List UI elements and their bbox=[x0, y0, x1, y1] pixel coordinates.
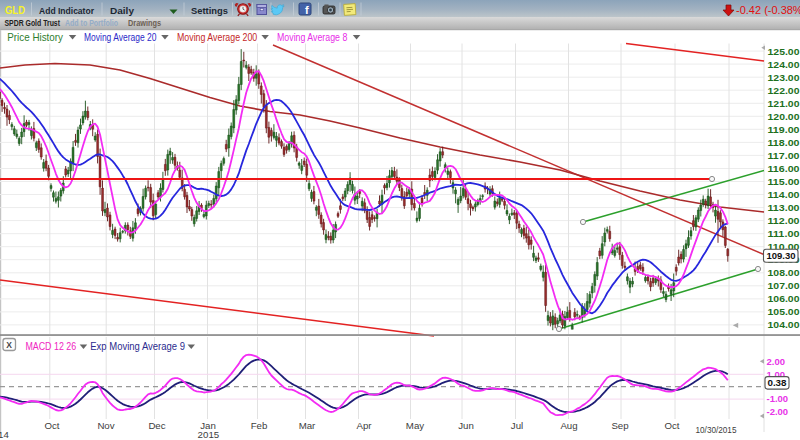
svg-text:124.00: 124.00 bbox=[768, 59, 800, 70]
svg-text:Aug: Aug bbox=[560, 420, 577, 431]
svg-text:X: X bbox=[6, 340, 12, 350]
svg-text:-1.00: -1.00 bbox=[767, 393, 789, 404]
svg-text:111.00: 111.00 bbox=[768, 228, 800, 239]
svg-text:123.00: 123.00 bbox=[768, 72, 800, 83]
svg-text:Jun: Jun bbox=[458, 420, 474, 431]
svg-text:Price History: Price History bbox=[7, 32, 63, 43]
svg-text:112.00: 112.00 bbox=[768, 215, 800, 226]
svg-text:Feb: Feb bbox=[251, 420, 268, 431]
svg-text:108.00: 108.00 bbox=[768, 267, 800, 278]
svg-text:10/30/2015: 10/30/2015 bbox=[696, 426, 737, 435]
svg-text:107.00: 107.00 bbox=[768, 280, 800, 291]
svg-text:Add to Portfolio: Add to Portfolio bbox=[65, 18, 118, 28]
svg-text:-0.42 (-0.38%): -0.42 (-0.38%) bbox=[736, 4, 800, 16]
svg-text:2.00: 2.00 bbox=[767, 356, 786, 367]
svg-text:121.00: 121.00 bbox=[768, 98, 800, 109]
svg-text:Mar: Mar bbox=[299, 420, 316, 431]
svg-text:Drawings: Drawings bbox=[128, 18, 161, 28]
svg-text:125.00: 125.00 bbox=[768, 46, 800, 57]
svg-text:Oct: Oct bbox=[664, 420, 679, 431]
svg-text:106.00: 106.00 bbox=[768, 293, 800, 304]
svg-text:Dec: Dec bbox=[148, 420, 165, 431]
svg-text:-2.00: -2.00 bbox=[767, 406, 789, 417]
svg-text:114.00: 114.00 bbox=[768, 189, 800, 200]
svg-text:104.00: 104.00 bbox=[768, 319, 800, 330]
svg-text:2014: 2014 bbox=[0, 429, 9, 440]
svg-text:113.00: 113.00 bbox=[768, 202, 800, 213]
svg-text:SPDR Gold Trust: SPDR Gold Trust bbox=[5, 18, 61, 28]
svg-text:122.00: 122.00 bbox=[768, 85, 800, 96]
svg-text:Daily: Daily bbox=[110, 5, 135, 16]
svg-text:105.00: 105.00 bbox=[768, 306, 800, 317]
svg-text:Add Indicator: Add Indicator bbox=[39, 5, 94, 16]
svg-text:May: May bbox=[406, 420, 424, 431]
svg-text:Nov: Nov bbox=[97, 420, 114, 431]
svg-text:Moving Average 8: Moving Average 8 bbox=[277, 32, 347, 43]
svg-text:f: f bbox=[305, 4, 309, 16]
svg-text:2015: 2015 bbox=[198, 429, 220, 440]
svg-text:Apr: Apr bbox=[356, 420, 372, 431]
svg-text:MACD 12 26: MACD 12 26 bbox=[25, 341, 76, 352]
svg-text:GLD: GLD bbox=[5, 4, 25, 16]
svg-text:Moving Average 20: Moving Average 20 bbox=[84, 32, 157, 43]
svg-text:Exp Moving Average 9: Exp Moving Average 9 bbox=[90, 341, 185, 352]
svg-text:120.00: 120.00 bbox=[768, 111, 800, 122]
svg-text:119.00: 119.00 bbox=[768, 124, 800, 135]
svg-text:118.00: 118.00 bbox=[768, 137, 800, 148]
svg-text:Sep: Sep bbox=[611, 420, 628, 431]
svg-text:Jul: Jul bbox=[511, 420, 523, 431]
svg-text:Moving Average 200: Moving Average 200 bbox=[177, 32, 257, 43]
svg-text:117.00: 117.00 bbox=[768, 150, 800, 161]
svg-text:109.30: 109.30 bbox=[766, 250, 795, 261]
svg-text:115.00: 115.00 bbox=[768, 176, 800, 187]
svg-text:116.00: 116.00 bbox=[768, 163, 800, 174]
svg-text:Settings: Settings bbox=[191, 5, 228, 16]
svg-text:Oct: Oct bbox=[44, 420, 59, 431]
svg-text:0.38: 0.38 bbox=[767, 377, 787, 388]
